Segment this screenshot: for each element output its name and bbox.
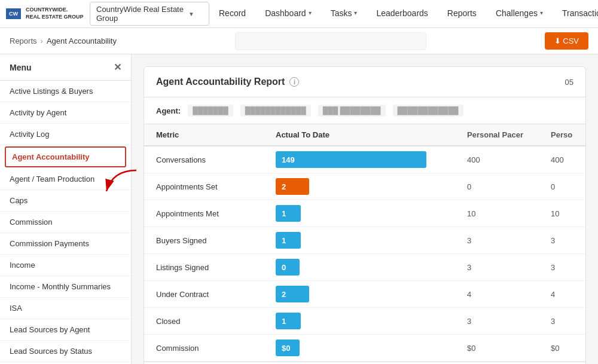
metric-cell: Under Contract: [144, 281, 264, 308]
perso-cell: 400: [539, 146, 585, 173]
actual-cell: 1: [264, 308, 455, 335]
actual-cell: 149: [264, 146, 455, 173]
sidebar-item-agent-accountability[interactable]: Agent Accountability: [5, 146, 126, 167]
nav-links: Record Dashboard ▾ Tasks ▾ Leaderboards …: [209, 0, 598, 28]
info-icon[interactable]: i: [289, 77, 299, 87]
col-header-metric: Metric: [144, 124, 264, 146]
table-row: Conversations 149 400 400: [144, 146, 585, 173]
sidebar-item-income[interactable]: Income: [0, 255, 131, 276]
pacer-cell: 400: [455, 146, 539, 173]
org-selector[interactable]: CountryWide Real Estate Group ▼: [90, 2, 209, 26]
bar-wrapper: 149: [276, 151, 443, 168]
logo-text: COUNTRYWIDE.REAL ESTATE GROUP: [26, 7, 84, 20]
report-title: Agent Accountability Report i: [156, 77, 299, 87]
agent-tag-2[interactable]: ████████████: [240, 105, 311, 117]
agent-filter-label: Agent:: [156, 106, 181, 115]
agent-tag-4[interactable]: ████████████: [393, 105, 463, 117]
table-row: Appointments Set 2 0 0: [144, 173, 585, 200]
pacer-cell: 3: [455, 254, 539, 281]
top-nav: CW COUNTRYWIDE.REAL ESTATE GROUP Country…: [0, 0, 598, 28]
pacer-cell: 10: [455, 200, 539, 227]
perso-cell: 10: [539, 200, 585, 227]
col-header-perso: Perso: [539, 124, 585, 146]
metric-cell: Commission: [144, 335, 264, 362]
logo-icon: CW: [6, 8, 21, 20]
org-selector-label: CountryWide Real Estate Group: [96, 5, 185, 23]
search-area: [117, 32, 545, 50]
sidebar-menu-label: Menu: [10, 63, 32, 72]
sidebar-item-income-monthly[interactable]: Income - Monthly Summaries: [0, 276, 131, 298]
nav-record[interactable]: Record: [209, 0, 255, 28]
pacer-cell: 4: [455, 281, 539, 308]
perso-cell: $0: [539, 335, 585, 362]
actual-bar: 2: [276, 286, 309, 302]
sidebar-item-lead-sources-agent[interactable]: Lead Sources by Agent: [0, 319, 131, 341]
bar-wrapper: 1: [276, 313, 443, 329]
perso-cell: 3: [539, 254, 585, 281]
table-row: Buyers Signed 1 3 3: [144, 227, 585, 254]
sidebar-item-agent-team-production[interactable]: Agent / Team Production: [0, 169, 131, 190]
actual-bar: 1: [276, 313, 301, 329]
actual-cell: $0: [264, 335, 455, 362]
actual-bar: 149: [276, 151, 426, 168]
agent-filter-row: Agent: ███████ ████████████ ███ ████████…: [144, 97, 585, 124]
table-row: Appointments Met 1 10 10: [144, 200, 585, 227]
pacer-cell: 3: [455, 227, 539, 254]
bar-wrapper: 0: [276, 259, 443, 276]
perso-cell: 4: [539, 281, 585, 308]
breadcrumb-bar: Reports › Agent Accountability ⬇ CSV: [0, 28, 598, 54]
metric-cell: Appointments Met: [144, 200, 264, 227]
perso-cell: 3: [539, 227, 585, 254]
col-header-actual: Actual To Date: [264, 124, 455, 146]
bar-wrapper: 2: [276, 178, 443, 195]
csv-button[interactable]: ⬇ CSV: [545, 32, 588, 50]
perso-cell: 3: [539, 308, 585, 335]
sidebar-item-active-listings[interactable]: Active Listings & Buyers: [0, 81, 131, 102]
sidebar-item-caps[interactable]: Caps: [0, 190, 131, 212]
sidebar-item-commission-payments[interactable]: Commission Payments: [0, 233, 131, 255]
table-row: Under Contract 2 4 4: [144, 281, 585, 308]
sidebar-item-commission[interactable]: Commission: [0, 212, 131, 233]
actual-cell: 0: [264, 254, 455, 281]
breadcrumb-parent[interactable]: Reports: [10, 36, 37, 45]
chevron-down-icon: ▼: [188, 11, 194, 17]
sidebar-header: Menu ✕: [0, 54, 131, 81]
agent-tag-1[interactable]: ███████: [188, 105, 233, 117]
sidebar-item-activity-log[interactable]: Activity Log: [0, 124, 131, 145]
pacer-cell: $0: [455, 335, 539, 362]
nav-leaderboards[interactable]: Leaderboards: [367, 0, 437, 28]
bar-wrapper: 1: [276, 232, 443, 249]
report-container: Agent Accountability Report i 05 Agent: …: [144, 66, 586, 364]
nav-dashboard[interactable]: Dashboard ▾: [255, 0, 321, 28]
sidebar-item-lead-sources-status[interactable]: Lead Sources by Status: [0, 341, 131, 362]
col-header-pacer: Personal Pacer: [455, 124, 539, 146]
actual-bar: 0: [276, 259, 300, 276]
report-table: Metric Actual To Date Personal Pacer Per…: [144, 124, 585, 362]
nav-tasks[interactable]: Tasks ▾: [321, 0, 367, 28]
logo-area: CW COUNTRYWIDE.REAL ESTATE GROUP: [6, 7, 84, 20]
close-icon[interactable]: ✕: [114, 62, 121, 73]
metric-cell: Appointments Set: [144, 173, 264, 200]
actual-cell: 2: [264, 173, 455, 200]
metric-cell: Closed: [144, 308, 264, 335]
nav-transactions[interactable]: Transactions ▾: [553, 0, 598, 28]
metric-cell: Conversations: [144, 146, 264, 173]
actual-cell: 2: [264, 281, 455, 308]
legend: Not on Pace On Pace Goal Achieved: [144, 362, 585, 364]
actual-bar: $0: [276, 339, 300, 356]
sidebar-item-activity-by-agent[interactable]: Activity by Agent: [0, 102, 131, 124]
actual-bar: 1: [276, 232, 301, 249]
table-row: Closed 1 3 3: [144, 308, 585, 335]
agent-tag-3[interactable]: ███ ████████: [318, 105, 386, 117]
sidebar: Menu ✕ Active Listings & Buyers Activity…: [0, 54, 132, 364]
metric-cell: Listings Signed: [144, 254, 264, 281]
search-input[interactable]: [235, 32, 426, 50]
chevron-down-icon: ▾: [540, 10, 543, 16]
table-row: Listings Signed 0 3 3: [144, 254, 585, 281]
bar-wrapper: $0: [276, 339, 443, 356]
actual-bar: 2: [276, 178, 309, 195]
breadcrumb-current: Agent Accountability: [47, 36, 117, 45]
nav-reports[interactable]: Reports: [438, 0, 486, 28]
sidebar-item-isa[interactable]: ISA: [0, 298, 131, 319]
nav-challenges[interactable]: Challenges ▾: [486, 0, 553, 28]
